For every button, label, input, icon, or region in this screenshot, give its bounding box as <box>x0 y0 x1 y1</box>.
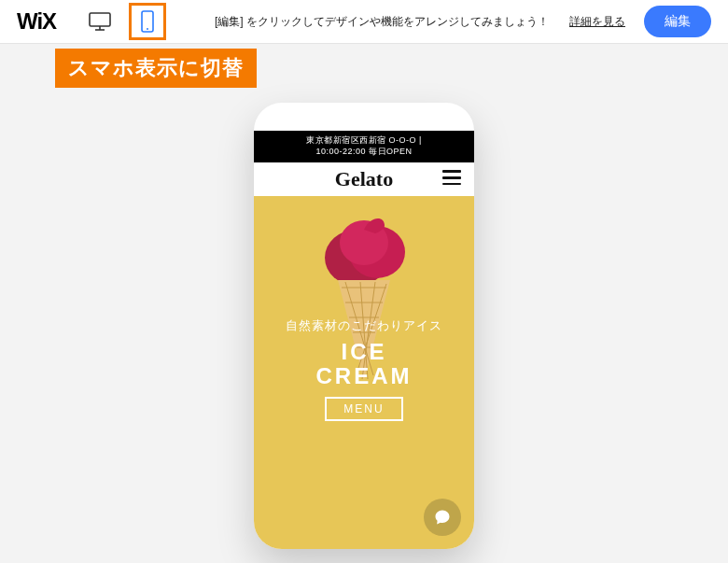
hamburger-icon <box>442 170 461 172</box>
phone-info-line2: 10:00-22:00 毎日OPEN <box>258 147 470 158</box>
phone-hero: 自然素材のこだわりアイス ICE CREAM MENU <box>254 196 474 549</box>
desktop-device-button[interactable] <box>84 6 116 37</box>
phone-info-line1: 東京都新宿区西新宿 O-O-O | <box>258 135 470 147</box>
edit-button[interactable]: 編集 <box>644 6 711 37</box>
top-bar: WiX [編集] をクリックしてデザインや機能をアレンジしてみましょう！ 詳細を… <box>0 0 728 44</box>
mobile-device-button[interactable] <box>129 3 166 40</box>
chat-fab-button[interactable] <box>424 499 461 536</box>
details-link[interactable]: 詳細を見る <box>569 14 625 30</box>
phone-info-strip: 東京都新宿区西新宿 O-O-O | 10:00-22:00 毎日OPEN <box>254 131 474 162</box>
desktop-icon <box>88 11 112 32</box>
hero-title: ICE CREAM <box>254 340 474 387</box>
phone-brand-row: Gelato <box>254 162 474 196</box>
tip-text: [編集] をクリックしてデザインや機能をアレンジしてみましょう！ <box>215 14 549 30</box>
device-switcher <box>84 3 166 40</box>
hero-text-block: 自然素材のこだわりアイス ICE CREAM MENU <box>254 317 474 420</box>
phone-preview: 東京都新宿区西新宿 O-O-O | 10:00-22:00 毎日OPEN Gel… <box>254 103 474 549</box>
wix-logo: WiX <box>17 8 56 35</box>
chat-icon <box>433 508 452 527</box>
phone-statusbar <box>254 103 474 131</box>
mobile-icon <box>140 9 155 34</box>
phone-brand: Gelato <box>335 167 393 191</box>
preview-stage: 東京都新宿区西新宿 O-O-O | 10:00-22:00 毎日OPEN Gel… <box>0 43 728 563</box>
hamburger-menu-button[interactable] <box>442 170 461 185</box>
hero-menu-button[interactable]: MENU <box>325 397 402 421</box>
svg-rect-0 <box>90 13 110 26</box>
hero-tagline: 自然素材のこだわりアイス <box>254 317 474 334</box>
svg-point-4 <box>147 28 148 30</box>
